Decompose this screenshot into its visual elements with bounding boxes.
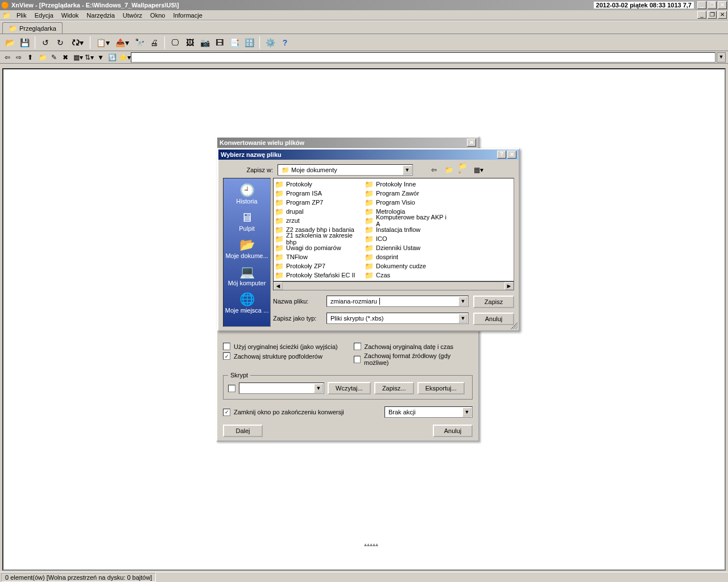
btn-save[interactable]: Zapisz: [473, 296, 514, 308]
edit-icon[interactable]: ✎: [49, 52, 59, 63]
folder-item[interactable]: 📁Z1 szkolenia w zakresie bhp: [275, 234, 360, 243]
folder-item[interactable]: 📁Protokoły ZP7: [275, 261, 360, 271]
place-history[interactable]: 🕘Historia: [224, 182, 270, 207]
folder-item[interactable]: 📁dosprint: [365, 252, 450, 261]
favorites-icon[interactable]: ⭐▾: [119, 52, 130, 63]
compare-icon[interactable]: 🖼: [184, 36, 196, 49]
filename-input[interactable]: zmiana-rozmiaru ▼: [326, 296, 469, 307]
folder-item[interactable]: 📁Protokoły Stefański EC II: [275, 271, 360, 280]
folder-item[interactable]: 📁Uwagi do pomiarów: [275, 243, 360, 252]
menu-create[interactable]: Utwórz: [119, 11, 146, 19]
nav-viewmenu-icon[interactable]: ▦▾: [473, 165, 483, 175]
filetype-select[interactable]: Pliki skryptu (*.xbs) ▼: [326, 313, 469, 324]
dialog-resize-grip[interactable]: [511, 322, 518, 329]
file-list[interactable]: 📁Protokoły📁Program ISA📁Program ZP7📁drupa…: [273, 178, 514, 281]
scroll-right-icon[interactable]: ►: [504, 282, 514, 290]
folder-item[interactable]: 📁Program Visio: [365, 198, 450, 207]
save-in-select[interactable]: 📁 Moje dokumenty ▼: [278, 164, 413, 176]
place-mydocs[interactable]: 📂Moje dokume...: [224, 236, 270, 261]
chk-keep-subfolders[interactable]: ✓: [223, 352, 230, 360]
file-dialog-close-icon[interactable]: ✕: [507, 151, 516, 159]
menu-view[interactable]: Widok: [57, 11, 83, 19]
folder-item[interactable]: 📁drupal: [275, 207, 360, 216]
print-icon[interactable]: 🖨: [148, 36, 160, 49]
file-list-hscroll[interactable]: ◄ ►: [273, 281, 514, 290]
batch-rename-icon[interactable]: 🔠: [243, 36, 255, 49]
folder-item[interactable]: 📁TNFlow: [275, 252, 360, 261]
chk-keep-format[interactable]: [354, 356, 361, 363]
minimize-button[interactable]: _: [697, 1, 706, 9]
nav-up-icon[interactable]: 📁: [444, 165, 454, 175]
batch-titlebar[interactable]: Konwertowanie wielu plików ✕: [217, 138, 478, 148]
menu-help[interactable]: Informacje: [169, 11, 206, 19]
chk-keep-date[interactable]: [354, 343, 361, 350]
place-mycomputer[interactable]: 💻Mój komputer: [224, 264, 270, 289]
folder-item[interactable]: 📁zrzut: [275, 216, 360, 225]
folder-item[interactable]: 📁Komputerowe bazy AKP i A: [365, 216, 450, 225]
script-select[interactable]: ▼: [239, 383, 324, 394]
mdi-restore-button[interactable]: ❐: [708, 11, 717, 19]
btn-script-load[interactable]: Wczytaj...: [328, 382, 371, 394]
view-mode-icon[interactable]: ▦▾: [73, 52, 83, 63]
move-to-icon[interactable]: 📤▾: [114, 36, 131, 49]
folder-item[interactable]: 📁ICO: [365, 234, 450, 243]
delete-icon[interactable]: ✖: [60, 52, 71, 63]
save-icon[interactable]: 💾: [18, 36, 31, 49]
folder-item[interactable]: 📁Czas: [365, 271, 450, 280]
back-icon[interactable]: ⇦: [2, 52, 13, 63]
tab-browser[interactable]: 📁 Przeglądarka: [2, 22, 63, 34]
folder-item[interactable]: 📁Protokoły Inne: [365, 180, 450, 189]
chk-script-enable[interactable]: [228, 385, 235, 392]
mdi-close-button[interactable]: ✕: [718, 11, 727, 19]
chk-close-after[interactable]: ✓: [223, 409, 230, 416]
batch-close-icon[interactable]: ✕: [467, 139, 476, 147]
btn-cancel[interactable]: Anuluj: [433, 425, 473, 437]
mdi-minimize-button[interactable]: _: [697, 11, 706, 19]
capture-icon[interactable]: 📷: [198, 36, 211, 49]
restore-button[interactable]: ❐: [708, 1, 717, 9]
folder-item[interactable]: 📁Protokoły: [275, 180, 360, 189]
file-dialog-titlebar[interactable]: Wybierz nazwę pliku ? ✕: [218, 149, 519, 160]
forward-icon[interactable]: ⇨: [14, 52, 24, 63]
up-icon[interactable]: ⬆: [25, 52, 35, 63]
close-button[interactable]: ✕: [718, 1, 727, 9]
place-desktop[interactable]: 🖥Pulpit: [224, 209, 270, 234]
menu-window[interactable]: Okno: [146, 11, 169, 19]
batch-convert-icon[interactable]: 📑: [228, 36, 241, 49]
nav-newfolder-icon[interactable]: 📁*: [458, 165, 469, 175]
settings-icon[interactable]: ⚙️: [264, 36, 276, 49]
after-action-select[interactable]: Brak akcji ▼: [384, 406, 473, 418]
open-icon[interactable]: 📂: [3, 36, 16, 49]
sort-icon[interactable]: ⇅▾: [84, 52, 94, 63]
fullscreen-icon[interactable]: 🖵: [169, 36, 181, 49]
folder-item[interactable]: 📁Dzienniki Ustaw: [365, 243, 450, 252]
refresh-ccw-icon[interactable]: ↺: [39, 36, 52, 49]
folder-item[interactable]: 📁Dokumenty cudze: [365, 261, 450, 271]
btn-script-save[interactable]: Zapisz...: [374, 382, 414, 394]
help-icon[interactable]: ?: [279, 36, 291, 49]
scroll-left-icon[interactable]: ◄: [274, 282, 283, 290]
folder-item[interactable]: 📁Program Zawór: [365, 189, 450, 198]
pane-resize-grip[interactable]: ▴▴▴▴▴: [364, 541, 378, 547]
file-dialog-help-icon[interactable]: ?: [497, 151, 506, 159]
filter-icon[interactable]: ▼: [96, 52, 106, 63]
btn-next[interactable]: Dalej: [223, 425, 263, 437]
refresh-cw-icon[interactable]: ↻: [54, 36, 67, 49]
address-input[interactable]: [131, 52, 715, 63]
rotate-icon[interactable]: 🗘▾: [69, 36, 86, 49]
menu-tools[interactable]: Narzędzia: [82, 11, 119, 19]
menu-file[interactable]: Plik: [13, 11, 31, 19]
slideshow-icon[interactable]: 🎞: [213, 36, 226, 49]
recurse-icon[interactable]: 🔃: [107, 52, 117, 63]
folder-item[interactable]: 📁Program ZP7: [275, 198, 360, 207]
chk-use-orig-path[interactable]: [223, 343, 230, 350]
folder-item[interactable]: 📁Program ISA: [275, 189, 360, 198]
btn-cancel[interactable]: Anuluj: [473, 313, 514, 325]
binoculars-icon[interactable]: 🔭: [133, 36, 146, 49]
folder-item[interactable]: 📁Instalacja tnflow: [365, 225, 450, 234]
copy-to-icon[interactable]: 📋▾: [94, 36, 111, 49]
menu-edit[interactable]: Edycja: [31, 11, 57, 19]
address-dropdown-icon[interactable]: ▼: [717, 52, 726, 63]
new-folder-icon[interactable]: 📁: [38, 52, 48, 63]
place-network[interactable]: 🌐Moje miejsca ...: [224, 291, 270, 316]
